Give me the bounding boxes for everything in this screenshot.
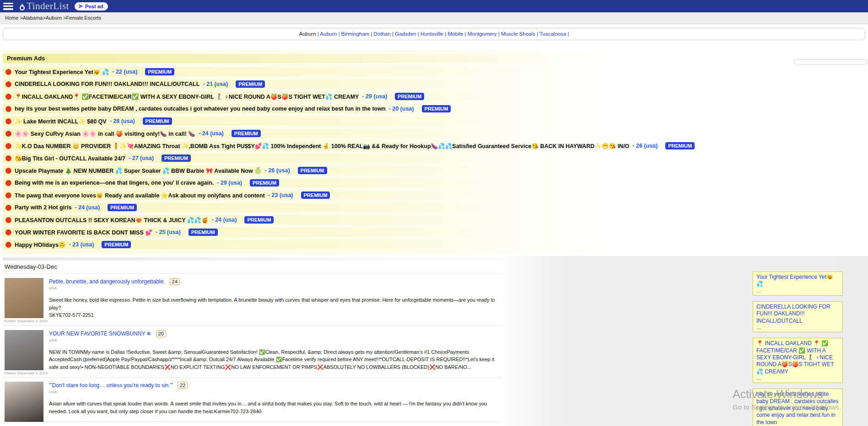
- premium-badge[interactable]: PREMIUM: [236, 80, 265, 88]
- premium-ad-row[interactable]: Your Tightest Experience Yet😼 💦 - 22 (us…: [3, 67, 625, 76]
- premium-ad-title[interactable]: PLEASANTON OUTCALLS !! SEXY KOREAN😻 THIC…: [15, 217, 209, 224]
- sidebar-premium-title[interactable]: hey its your best wettes petite baby DRE…: [756, 391, 839, 426]
- premium-ad-row[interactable]: The pawg that everyone loves😼 Ready and …: [3, 191, 625, 200]
- premium-ad-row[interactable]: hey its your best wettes petite baby DRE…: [3, 104, 625, 113]
- city-separator: |: [497, 31, 501, 37]
- listing-title-link[interactable]: "'Don't stare too long… unless you're re…: [49, 382, 173, 389]
- premium-ad-row[interactable]: 🌸🌸 Sexy CuRvy Asian 🌸🌸 in call 🍑 visitin…: [3, 129, 625, 138]
- listing-posted-date: Posted: December 3, 2025: [4, 319, 48, 323]
- city-link[interactable]: Dothan: [374, 31, 391, 37]
- bump-up-arrow-icon: [5, 155, 11, 161]
- post-ad-button[interactable]: Post ad: [75, 2, 108, 11]
- premium-ad-title[interactable]: ✨ Lake Merritt INCALL✨ $80 QV: [15, 118, 107, 125]
- premium-ad-title[interactable]: Party with 2 Hot girls: [15, 204, 71, 211]
- premium-ad-row[interactable]: Party with 2 Hot girls - 24 (usa) PREMIU…: [3, 203, 625, 212]
- premium-ad-age-location: - 29 (usa): [362, 93, 387, 100]
- listing-row[interactable]: Posted: December 3, 2025 "'Don't stare t…: [3, 378, 502, 422]
- listing-thumbnail[interactable]: [5, 278, 43, 318]
- bump-up-arrow-icon: [5, 69, 11, 75]
- premium-badge[interactable]: PREMIUM: [189, 229, 218, 236]
- premium-ad-age-location: - 26 (usa): [632, 143, 658, 149]
- listing-title-link[interactable]: Petite, brunette, and dangerously unforg…: [49, 278, 165, 285]
- premium-ad-title[interactable]: Being with me is an experience—one that …: [15, 180, 214, 186]
- bump-up-arrow-icon: [5, 168, 11, 174]
- premium-badge[interactable]: PREMIUM: [143, 117, 172, 125]
- breadcrumb[interactable]: Home >Alabama>Auburn >Female Escorts: [5, 15, 101, 21]
- city-link[interactable]: Birmingham: [341, 31, 369, 37]
- listing-description: Sweet like honey, bold like espresso. Pe…: [49, 296, 495, 311]
- premium-ad-age-location: - 25 (usa): [156, 229, 181, 235]
- premium-badge[interactable]: PREMIUM: [162, 154, 191, 162]
- premium-ad-title[interactable]: Your Tightest Experience Yet😼 💦: [15, 69, 109, 75]
- sidebar-premium-title[interactable]: 📍 INCALL OAKLAND 📍 ✅ FACETIME/CAR ✅ WITH…: [756, 340, 839, 375]
- premium-ad-title[interactable]: 🌸🌸 Sexy CuRvy Asian 🌸🌸 in call 🍑 visitin…: [15, 130, 195, 137]
- listing-description: Asian allure with curves that speak loud…: [49, 400, 495, 415]
- hamburger-menu-icon[interactable]: [3, 3, 13, 10]
- city-link[interactable]: Muscle Shoals: [501, 31, 535, 37]
- premium-badge[interactable]: PREMIUM: [665, 142, 695, 149]
- premium-ad-row[interactable]: CINDERELLA LOOKING FOR FUN!!! OAKLAND!!!…: [3, 80, 625, 89]
- premium-ad-row[interactable]: 😘Big Tits Girl - OUTCALL Available 24/7 …: [3, 154, 625, 163]
- listing-age-badge: 24: [170, 278, 180, 285]
- city-link[interactable]: Huntsville: [421, 31, 443, 37]
- listing-title-link[interactable]: YOUR NEW FAVORITE SNOWBUNNY ❄: [49, 330, 151, 337]
- sidebar-premium-box[interactable]: CINDERELLA LOOKING FOR FUN!!! OAKLAND!!!…: [753, 301, 843, 332]
- premium-badge[interactable]: PREMIUM: [301, 192, 330, 199]
- listing-thumbnail[interactable]: [5, 382, 43, 422]
- listing-row[interactable]: A lady for all occasions 38 USA: [3, 422, 502, 426]
- premium-ad-title[interactable]: ✨K.O Daa NUMBER 👑 PROVIDER 🧍✨💘AMAZING Th…: [15, 143, 629, 149]
- premium-badge[interactable]: PREMIUM: [298, 167, 327, 174]
- premium-ad-title[interactable]: CINDERELLA LOOKING FOR FUN!!! OAKLAND!!!…: [15, 81, 199, 87]
- premium-ad-title[interactable]: 📍INCALL OAKLAND📍 ✅FACETIME/CAR✅ WITH A S…: [15, 93, 359, 100]
- premium-ad-age-location: - 23 (usa): [268, 192, 293, 198]
- sidebar-premium-box[interactable]: hey its your best wettes petite baby DRE…: [753, 389, 843, 426]
- site-logo[interactable]: TinderList: [19, 0, 69, 12]
- premium-ad-age-location: - 23 (usa): [69, 241, 94, 248]
- sidebar-premium-box[interactable]: Your Tightest Experience Yet😼 💦 ...: [753, 272, 843, 296]
- premium-ad-title[interactable]: Upscale Playmate 🎄 NEW NUMBER 💦 Super So…: [15, 167, 262, 174]
- city-link[interactable]: Tuscaloosa: [539, 31, 566, 37]
- site-logo-text: TinderList: [27, 0, 69, 12]
- city-links-box: Auburn | Auburn | Birmingham | Dothan | …: [3, 28, 865, 40]
- premium-badge[interactable]: PREMIUM: [145, 68, 174, 75]
- premium-ad-title[interactable]: The pawg that everyone loves😼 Ready and …: [15, 192, 265, 199]
- listing-thumbnail[interactable]: [5, 330, 43, 370]
- listing-row[interactable]: Posted: December 3, 2025 Petite, brunett…: [3, 274, 502, 326]
- premium-ad-title[interactable]: hey its your best wettes petite baby DRE…: [15, 106, 386, 112]
- bump-up-arrow-icon: [5, 118, 11, 124]
- premium-ad-age-location: - 22 (usa): [112, 69, 137, 75]
- premium-ad-row[interactable]: YOUR WINTER FAVORITE IS BACK DONT MISS 💕…: [3, 228, 625, 237]
- premium-ads-section: Premium Ads Your Tightest Experience Yet…: [3, 50, 625, 254]
- city-link[interactable]: Montgomery: [468, 31, 497, 37]
- sidebar-premium-title[interactable]: Your Tightest Experience Yet😼 💦: [756, 274, 839, 288]
- premium-badge[interactable]: PREMIUM: [102, 241, 131, 248]
- premium-badge[interactable]: PREMIUM: [108, 204, 137, 211]
- sidebar-premium-box[interactable]: 📍 INCALL OAKLAND 📍 ✅ FACETIME/CAR ✅ WITH…: [753, 338, 843, 383]
- premium-ad-row[interactable]: Upscale Playmate 🎄 NEW NUMBER 💦 Super So…: [3, 166, 625, 175]
- premium-ad-row[interactable]: ✨ Lake Merritt INCALL✨ $80 QV - 28 (usa)…: [3, 117, 625, 126]
- city-link[interactable]: Mobile: [447, 31, 463, 37]
- premium-ad-age-location: - 29 (usa): [217, 180, 242, 186]
- premium-ad-row[interactable]: PLEASANTON OUTCALLS !! SEXY KOREAN😻 THIC…: [3, 215, 625, 224]
- premium-ad-title[interactable]: Happy HOlidays🙃: [15, 241, 65, 248]
- premium-ad-age-location: - 24 (usa): [199, 130, 224, 137]
- listing-country: USA: [49, 390, 499, 394]
- premium-badge[interactable]: PREMIUM: [250, 179, 279, 186]
- premium-ad-row[interactable]: 📍INCALL OAKLAND📍 ✅FACETIME/CAR✅ WITH A S…: [3, 92, 625, 101]
- city-link[interactable]: Gadsden: [395, 31, 416, 37]
- premium-badge[interactable]: PREMIUM: [422, 105, 451, 112]
- premium-badge[interactable]: PREMIUM: [395, 93, 424, 100]
- premium-ad-title[interactable]: YOUR WINTER FAVORITE IS BACK DONT MISS 💕: [15, 229, 152, 236]
- bump-up-arrow-icon: [5, 192, 11, 198]
- current-city: Auburn: [299, 31, 316, 37]
- premium-badge[interactable]: PREMIUM: [232, 130, 261, 137]
- listing-row[interactable]: Posted: December 3, 2025 YOUR NEW FAVORI…: [3, 326, 502, 378]
- premium-ad-row[interactable]: ✨K.O Daa NUMBER 👑 PROVIDER 🧍✨💘AMAZING Th…: [3, 141, 625, 150]
- city-link[interactable]: Auburn: [320, 31, 337, 37]
- premium-ad-title[interactable]: 😘Big Tits Girl - OUTCALL Available 24/7: [15, 155, 125, 162]
- premium-badge[interactable]: PREMIUM: [244, 216, 274, 224]
- bump-up-arrow-icon: [5, 143, 11, 149]
- premium-ad-row[interactable]: Happy HOlidays🙃 - 23 (usa) PREMIUM: [3, 240, 625, 249]
- premium-ad-row[interactable]: Being with me is an experience—one that …: [3, 178, 625, 187]
- sidebar-premium-title[interactable]: CINDERELLA LOOKING FOR FUN!!! OAKLAND!!!…: [756, 304, 839, 325]
